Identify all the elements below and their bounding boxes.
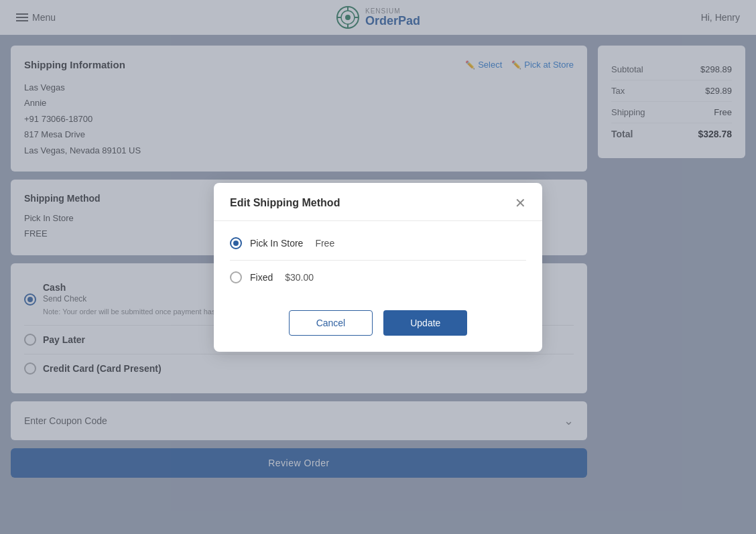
modal-body: Pick In Store Free Fixed $30.00	[214, 221, 542, 299]
fixed-option-label: Fixed	[250, 272, 273, 283]
pick-in-store-option-label: Pick In Store	[250, 238, 303, 249]
modal-overlay[interactable]: Edit Shipping Method ✕ Pick In Store Fre…	[0, 0, 756, 534]
modal-close-button[interactable]: ✕	[515, 196, 526, 210]
fixed-radio[interactable]	[230, 271, 242, 283]
fixed-option-price: $30.00	[285, 272, 314, 283]
shipping-option-pick-in-store[interactable]: Pick In Store Free	[230, 226, 526, 261]
pick-in-store-radio[interactable]	[230, 237, 242, 249]
modal-title: Edit Shipping Method	[230, 197, 340, 209]
shipping-option-fixed[interactable]: Fixed $30.00	[230, 261, 526, 294]
pick-in-store-option-price: Free	[315, 238, 334, 249]
update-button[interactable]: Update	[383, 310, 467, 336]
modal-header: Edit Shipping Method ✕	[214, 183, 542, 221]
cancel-button[interactable]: Cancel	[289, 310, 373, 336]
modal-footer: Cancel Update	[214, 299, 542, 352]
edit-shipping-modal: Edit Shipping Method ✕ Pick In Store Fre…	[214, 183, 542, 352]
